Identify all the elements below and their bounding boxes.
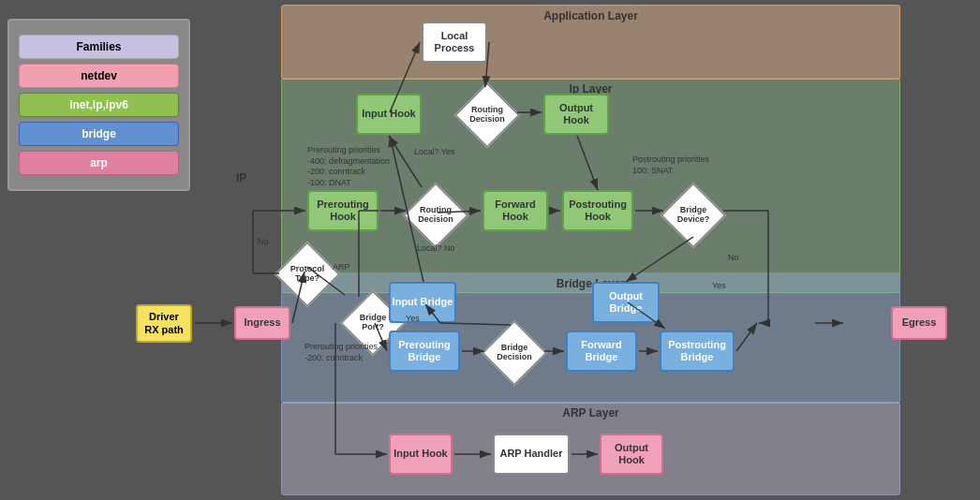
- local-process-box: Local Process: [422, 22, 487, 63]
- ip-protocol-label: IP: [236, 171, 246, 184]
- local-process-label: Local Process: [423, 30, 485, 54]
- bridge-decision-diamond: [482, 320, 548, 387]
- forward-bridge-label: Forward Bridge: [568, 339, 635, 363]
- diagram: Application Layer Ip Layer Bridge Layer …: [206, 5, 975, 495]
- arp-annot: ARP: [333, 262, 350, 273]
- output-hook-ip-label: Output Hook: [545, 102, 607, 126]
- prerouting-hook-label: Prerouting Hook: [309, 199, 377, 223]
- egress-box: Egress: [891, 306, 947, 340]
- arp-handler-label: ARP Handler: [499, 448, 562, 460]
- postrouting-bridge-box: Postrouting Bridge: [660, 331, 735, 372]
- ingress-label: Ingress: [244, 316, 280, 329]
- input-hook-ip-box: Input Hook: [356, 94, 422, 135]
- output-bridge-box: Output Bridge: [592, 282, 660, 323]
- forward-bridge-box: Forward Bridge: [566, 331, 637, 372]
- no-bridge-annot: No: [728, 253, 739, 264]
- postrouting-bridge-label: Postrouting Bridge: [661, 339, 733, 363]
- legend-netdev: netdev: [19, 64, 179, 88]
- routing-decision-mid-wrap: Routing Decision: [408, 187, 464, 243]
- no-protocol-annot: No: [258, 237, 269, 248]
- output-hook-ip-box: Output Hook: [543, 94, 609, 135]
- driver-rx-box: Driver RX path: [136, 304, 192, 343]
- input-hook-arp-box: Input Hook: [389, 434, 453, 475]
- legend-inet: inet,ip,ipv6: [19, 93, 179, 117]
- egress-label: Egress: [902, 316, 937, 329]
- driver-rx-label: Driver RX path: [144, 311, 184, 335]
- output-hook-arp-box: Output Hook: [600, 434, 663, 475]
- routing-decision-mid-diamond: [403, 183, 469, 249]
- app-layer: Application Layer: [281, 5, 900, 80]
- legend-families: Families: [19, 35, 179, 59]
- postrouting-annot: Postrouting priorities100: SNAT: [632, 154, 709, 176]
- prerouting-hook-box: Prerouting Hook: [307, 190, 379, 231]
- yes-bridge-annot: Yes: [712, 281, 726, 292]
- protocol-type-diamond: [275, 242, 341, 308]
- prerouting-bridge-label: Prerouting Bridge: [391, 339, 458, 363]
- bridge-decision-diamond-wrap: Bridge Decision: [486, 325, 542, 381]
- legend-bridge: bridge: [19, 122, 179, 146]
- output-bridge-label: Output Bridge: [594, 290, 658, 315]
- routing-decision-top-diamond: [454, 82, 521, 149]
- prerouting-annot: Prerouting priorities-400: defragmentati…: [307, 145, 390, 189]
- app-layer-label: Application Layer: [543, 9, 638, 22]
- prerouting-bridge-box: Prerouting Bridge: [389, 331, 460, 372]
- legend-arp: arp: [19, 151, 179, 175]
- input-hook-ip-label: Input Hook: [362, 108, 415, 120]
- ingress-box: Ingress: [234, 306, 290, 340]
- arp-handler-box: ARP Handler: [493, 434, 570, 475]
- protocol-type-diamond-wrap: Protocol Type?: [279, 246, 335, 302]
- output-hook-arp-label: Output Hook: [601, 442, 661, 466]
- postrouting-hook-box: Postrouting Hook: [562, 190, 633, 231]
- bridge-device-diamond: [661, 183, 727, 249]
- postrouting-hook-label: Postrouting Hook: [564, 199, 631, 223]
- input-bridge-label: Input Bridge: [393, 296, 453, 308]
- local-no-annot: Local? No: [417, 243, 455, 255]
- arp-layer-label: ARP Layer: [562, 406, 618, 419]
- bridge-device-diamond-wrap: Bridge Device?: [665, 187, 721, 243]
- input-hook-arp-label: Input Hook: [393, 448, 447, 460]
- forward-hook-box: Forward Hook: [483, 190, 548, 231]
- routing-decision-top-wrap: Routing Decision: [459, 87, 515, 143]
- legend-panel: Families netdev inet,ip,ipv6 bridge arp: [7, 19, 190, 191]
- input-bridge-box: Input Bridge: [389, 282, 456, 323]
- forward-hook-label: Forward Hook: [484, 199, 546, 223]
- bridge-prerouting-annot: Prerouting priorities-200: conntrack: [304, 342, 378, 363]
- yes-port-annot: Yes: [406, 314, 420, 325]
- arp-layer: ARP Layer: [281, 402, 900, 495]
- local-yes-annot: Local? Yes: [414, 147, 455, 158]
